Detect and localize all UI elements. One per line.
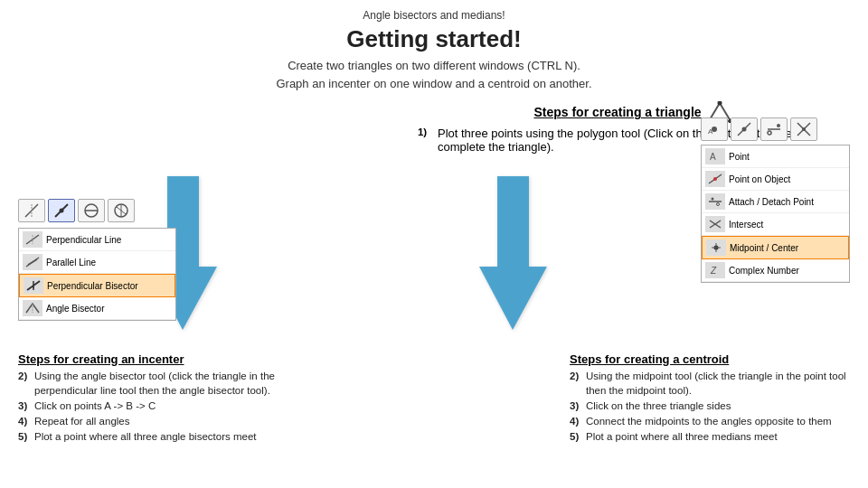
left-toolbar: Perpendicular Line Parallel Line Perpend… [18, 199, 176, 321]
svg-point-37 [717, 203, 720, 206]
right-label-3: Attach / Detach Point [729, 197, 814, 207]
svg-point-36 [712, 198, 714, 201]
left-icon-4 [23, 300, 42, 316]
right-list-item-2[interactable]: Point on Object [702, 168, 849, 191]
incenter-section: Steps for creating an incenter 2) Using … [18, 352, 307, 445]
left-icon-1 [23, 231, 42, 248]
left-list-item-2[interactable]: Parallel Line [19, 251, 175, 274]
centroid-step-2: 2) Using the midpoint tool (click the tr… [570, 369, 850, 398]
right-label-5: Midpoint / Center [730, 243, 798, 253]
step1-num: 1) [416, 127, 429, 137]
left-toolbar-icon-row [18, 199, 176, 222]
incenter-step-5: 5) Plot a point where all three angle bi… [18, 429, 307, 444]
page-wrapper: Angle bisectors and medians! Getting sta… [0, 0, 868, 488]
left-list-item-3[interactable]: Perpendicular Bisector [19, 274, 175, 297]
svg-point-25 [742, 127, 747, 132]
top-subtitle: Angle bisectors and medians! [18, 9, 850, 22]
right-icon-5 [706, 239, 726, 256]
left-label-1: Perpendicular Line [46, 235, 121, 245]
left-toolbar-list: Perpendicular Line Parallel Line Perpend… [18, 228, 176, 321]
left-tool-btn-3[interactable] [78, 199, 105, 222]
right-label-2: Point on Object [729, 174, 790, 184]
right-icon-3 [705, 193, 725, 210]
left-tool-btn-4[interactable] [108, 199, 135, 222]
right-label-4: Intersect [729, 220, 763, 230]
intro-text: Create two triangles on two different wi… [18, 57, 850, 92]
incenter-steps: 2) Using the angle bisector tool (click … [18, 369, 307, 444]
right-icon-6: Z [705, 262, 725, 278]
svg-text:A: A [708, 127, 713, 136]
left-list-item-4[interactable]: Angle Bisector [19, 297, 175, 320]
incenter-step-4: 4) Repeat for all angles [18, 414, 307, 428]
right-list-item-4[interactable]: Intersect [702, 213, 849, 236]
centroid-steps: 2) Using the midpoint tool (click the tr… [570, 369, 850, 444]
svg-point-28 [768, 131, 771, 135]
right-label-1: Point [729, 152, 750, 162]
svg-point-27 [777, 124, 780, 127]
svg-point-31 [802, 127, 806, 131]
centroid-section: Steps for creating a centroid 2) Using t… [570, 352, 850, 445]
left-list-item-1[interactable]: Perpendicular Line [19, 229, 175, 251]
right-list-item-3[interactable]: Attach / Detach Point [702, 191, 849, 213]
svg-point-34 [713, 177, 717, 181]
centroid-step-3: 3) Click on the three triangle sides [570, 399, 850, 413]
arrow-right [479, 176, 547, 330]
main-title: Getting started! [18, 25, 850, 53]
right-toolbar-icon-row: A [701, 117, 850, 141]
svg-text:A: A [710, 152, 716, 162]
left-icon-2 [23, 254, 42, 270]
right-tool-btn-3[interactable] [760, 117, 788, 141]
svg-marker-5 [479, 176, 547, 330]
right-list-item-1[interactable]: A Point [702, 145, 849, 168]
right-list-item-5[interactable]: Midpoint / Center [702, 236, 849, 259]
right-icon-1: A [705, 148, 725, 164]
centroid-step-5: 5) Plot a point where all three medians … [570, 429, 850, 444]
centroid-heading: Steps for creating a centroid [570, 352, 850, 366]
left-label-4: Angle Bisector [46, 304, 104, 314]
triangle-heading: Steps for creating a triangle [533, 105, 701, 119]
left-label-3: Perpendicular Bisector [47, 281, 138, 291]
right-icon-4 [705, 216, 725, 232]
right-tool-btn-1[interactable]: A [701, 117, 728, 141]
incenter-step-3: 3) Click on points A -> B -> C [18, 399, 307, 413]
svg-line-16 [28, 259, 37, 265]
left-label-2: Parallel Line [46, 258, 96, 267]
incenter-step-2: 2) Using the angle bisector tool (click … [18, 369, 307, 398]
left-tool-btn-1[interactable] [18, 199, 45, 222]
left-icon-3 [24, 277, 43, 294]
right-label-6: Complex Number [729, 266, 799, 276]
right-toolbar-list: A Point Point on Object Attach / Detach … [701, 145, 850, 283]
right-icon-2 [705, 171, 725, 187]
left-tool-btn-2[interactable] [48, 199, 75, 222]
incenter-heading: Steps for creating an incenter [18, 352, 307, 366]
right-toolbar: A A Point Point [701, 117, 850, 283]
centroid-step-4: 4) Connect the midpoints to the angles o… [570, 414, 850, 428]
right-tool-btn-2[interactable] [731, 117, 758, 141]
right-list-item-6[interactable]: Z Complex Number [702, 259, 849, 282]
svg-text:Z: Z [710, 266, 717, 276]
svg-point-9 [60, 209, 64, 213]
right-tool-btn-4[interactable] [790, 117, 817, 141]
